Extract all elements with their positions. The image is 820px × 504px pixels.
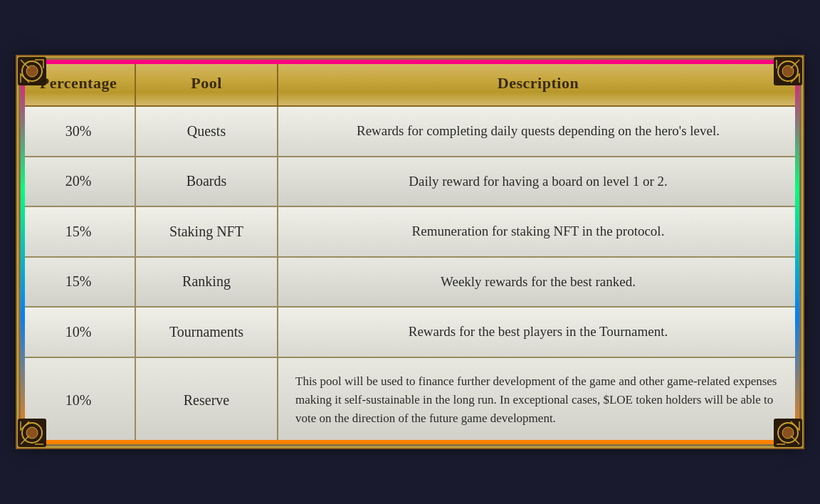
table-row: 10%ReserveThis pool will be used to fina… — [21, 357, 799, 443]
header-pool: Pool — [135, 61, 278, 106]
table-row: 10%TournamentsRewards for the best playe… — [21, 307, 799, 357]
cell-description: Rewards for the best players in the Tour… — [278, 307, 799, 357]
cell-description: Weekly rewards for the best ranked. — [278, 257, 799, 308]
cell-description: Daily reward for having a board on level… — [278, 157, 799, 207]
header-description: Description — [278, 61, 799, 106]
cell-pool: Reserve — [135, 357, 278, 443]
corner-decoration-bl — [18, 419, 46, 447]
cell-pool: Tournaments — [135, 307, 278, 357]
cell-percentage: 10% — [21, 307, 135, 357]
cell-pool: Boards — [135, 157, 278, 207]
corner-decoration-tr — [774, 57, 802, 85]
cell-pool: Ranking — [135, 257, 278, 308]
table-row: 20%BoardsDaily reward for having a board… — [21, 157, 799, 207]
table-row: 15%Staking NFTRemuneration for staking N… — [21, 206, 799, 257]
cell-percentage: 15% — [21, 206, 135, 257]
cell-percentage: 30% — [21, 106, 135, 157]
cell-pool: Quests — [135, 106, 278, 157]
cell-description: Remuneration for staking NFT in the prot… — [278, 206, 799, 257]
corner-decoration-br — [774, 419, 802, 447]
rewards-table: Percentage Pool Description 30%QuestsRew… — [21, 60, 799, 444]
cell-description: Rewards for completing daily quests depe… — [278, 106, 799, 157]
cell-pool: Staking NFT — [135, 206, 278, 257]
main-table-container: Percentage Pool Description 30%QuestsRew… — [19, 58, 801, 446]
cell-percentage: 15% — [21, 257, 135, 308]
table-row: 15%RankingWeekly rewards for the best ra… — [21, 257, 799, 308]
corner-decoration-tl — [18, 57, 46, 85]
table-header-row: Percentage Pool Description — [21, 61, 799, 106]
table-row: 30%QuestsRewards for completing daily qu… — [21, 106, 799, 157]
cell-percentage: 20% — [21, 157, 135, 207]
cell-description: This pool will be used to finance furthe… — [278, 357, 799, 443]
